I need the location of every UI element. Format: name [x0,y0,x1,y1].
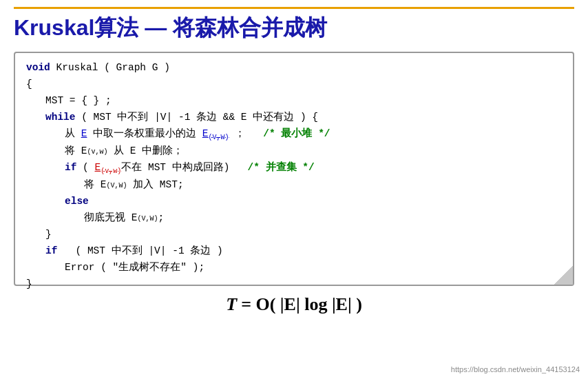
code-sub: (V,W) [137,214,158,225]
keyword-while: while [45,110,76,126]
code-text: 从 E 中删除； [107,143,183,160]
formula-eq: = O( |E| log |E| ) [241,294,362,314]
code-text: 彻底无视 E [84,210,137,227]
code-highlight-red: E(v,w) [95,160,122,177]
keyword-if: if [65,160,76,176]
keyword-void: void [26,60,50,76]
code-text: MST = { } ; [45,93,112,110]
code-text: ； [229,126,264,143]
code-text: ( MST 中不到 |V| -1 条边 && E 中还有边 ) { [76,110,319,126]
code-line-3: MST = { } ; [26,93,562,110]
code-text: 从 [65,126,81,143]
code-highlight-evw: E(V,W) [202,126,229,143]
page-title: Kruskal算法 — 将森林合并成树 [14,13,327,43]
code-text: 中取一条权重最小的边 [87,126,202,143]
code-line-2: { [26,76,562,93]
code-text: Kruskal ( Graph G ) [50,60,170,76]
code-line-1: void Kruskal ( Graph G ) [26,60,562,76]
code-line-7: if ( E(v,w) 不在 MST 中构成回路) /* 并查集 */ [26,160,562,177]
code-line-11: } [26,227,562,243]
code-sub: (V,W) [106,181,127,192]
code-text: 不在 MST 中构成回路) [121,160,247,176]
keyword-if2: if [45,243,57,260]
code-text: ( MST 中不到 |V| -1 条边 ) [57,243,222,260]
code-text: } [26,276,32,293]
code-text: 将 E [65,143,87,160]
code-text: { [26,76,32,93]
title-bar: Kruskal算法 — 将森林合并成树 [14,7,574,43]
code-line-9: else [26,194,562,210]
keyword-else: else [65,194,89,210]
code-line-5: 从 E 中取一条权重最小的边 E(V,W) ； /* 最小堆 */ [26,126,562,143]
formula-t: T [226,294,237,314]
code-text: 将 E [84,177,106,194]
code-line-12: if ( MST 中不到 |V| -1 条边 ) [26,243,562,260]
code-line-4: while ( MST 中不到 |V| -1 条边 && E 中还有边 ) { [26,110,562,126]
code-line-8: 将 E (V,W) 加入 MST; [26,177,562,194]
code-text: ( [76,160,94,176]
code-line-13: Error ( "生成树不存在" ); [26,260,562,276]
code-highlight-e: E [81,126,87,143]
code-text: ; [158,210,164,227]
code-line-14: } [26,276,562,293]
code-line-10: 彻底无视 E (V,W) ; [26,210,562,227]
code-text: 加入 MST; [127,177,183,194]
comment-union: /* 并查集 */ [248,160,315,176]
page-container: Kruskal算法 — 将森林合并成树 void Kruskal ( Graph… [0,0,588,379]
code-text: } [45,227,52,243]
watermark: https://blog.csdn.net/weixin_44153124 [451,365,580,373]
code-sub: (v,w) [87,147,107,158]
comment-heap: /* 最小堆 */ [263,126,330,143]
code-line-6: 将 E (v,w) 从 E 中删除； [26,143,562,160]
code-text: Error ( "生成树不存在" ); [65,260,204,276]
code-box: void Kruskal ( Graph G ) { MST = { } ; w… [14,52,574,286]
